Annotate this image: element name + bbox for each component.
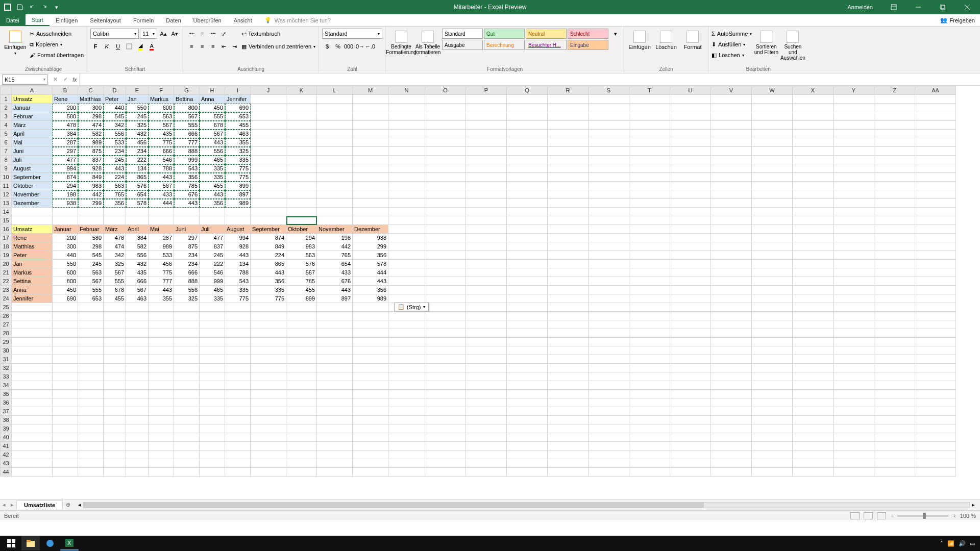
cell[interactable]	[915, 112, 956, 121]
cell[interactable]	[589, 338, 629, 346]
cell[interactable]: 435	[149, 130, 174, 138]
cell[interactable]	[78, 320, 104, 329]
cell[interactable]: Rene	[53, 95, 78, 104]
cell[interactable]	[711, 104, 752, 112]
cell[interactable]: 443	[317, 286, 353, 294]
cell[interactable]: 899	[286, 294, 317, 303]
cell[interactable]	[711, 346, 752, 355]
cell[interactable]	[149, 312, 174, 320]
cell[interactable]	[388, 338, 425, 346]
cell[interactable]	[752, 242, 793, 251]
cell[interactable]	[12, 303, 53, 312]
cell[interactable]	[589, 112, 629, 121]
cell[interactable]	[286, 190, 317, 199]
cell[interactable]	[793, 329, 834, 338]
cell[interactable]	[793, 338, 834, 346]
cell[interactable]	[466, 234, 507, 242]
cell[interactable]	[466, 138, 507, 147]
cell[interactable]: 355	[225, 138, 251, 147]
cell[interactable]	[251, 338, 286, 346]
row-header[interactable]: 10	[1, 173, 12, 182]
cell[interactable]	[874, 190, 915, 199]
system-tray[interactable]: ˄ 📶 🔊 ▭	[940, 540, 978, 547]
cell[interactable]	[834, 398, 874, 407]
cell[interactable]	[629, 130, 670, 138]
cell[interactable]	[752, 95, 793, 104]
cell[interactable]	[589, 268, 629, 277]
cell[interactable]: 455	[104, 294, 126, 303]
cell[interactable]: 455	[225, 121, 251, 130]
cell[interactable]	[793, 208, 834, 216]
cell[interactable]	[126, 320, 149, 329]
cell[interactable]	[548, 277, 589, 286]
indent-button[interactable]: ⇥	[229, 41, 239, 52]
cell[interactable]	[286, 312, 317, 320]
cell[interactable]	[874, 433, 915, 442]
cell[interactable]: 567	[149, 182, 174, 190]
cell[interactable]	[317, 216, 353, 225]
cell[interactable]: März	[104, 225, 126, 234]
cell[interactable]	[12, 346, 53, 355]
cell[interactable]: 442	[317, 242, 353, 251]
cell[interactable]	[200, 372, 225, 381]
tab-file[interactable]: Datei	[0, 14, 26, 26]
cell[interactable]: 800	[174, 104, 200, 112]
cell[interactable]	[149, 390, 174, 398]
cell[interactable]	[388, 138, 425, 147]
cell[interactable]	[589, 372, 629, 381]
cell[interactable]	[200, 468, 225, 477]
qat-customize-icon[interactable]: ▾	[51, 2, 62, 13]
cell[interactable]	[629, 450, 670, 459]
cell[interactable]	[629, 407, 670, 416]
cell[interactable]	[915, 242, 956, 251]
cell[interactable]	[507, 268, 548, 277]
cell[interactable]	[353, 164, 388, 173]
cell[interactable]	[466, 121, 507, 130]
cell[interactable]	[629, 442, 670, 450]
cell[interactable]	[104, 381, 126, 390]
cell[interactable]	[200, 208, 225, 216]
cell[interactable]	[589, 173, 629, 182]
cell[interactable]	[507, 225, 548, 234]
cell[interactable]	[915, 424, 956, 433]
cell[interactable]	[548, 468, 589, 477]
cell[interactable]	[388, 381, 425, 390]
cell[interactable]	[149, 364, 174, 372]
cell[interactable]: 556	[126, 251, 149, 260]
cell[interactable]	[466, 208, 507, 216]
cell[interactable]: 785	[174, 182, 200, 190]
sheet-nav-prev[interactable]: ◂	[0, 502, 8, 508]
cell[interactable]: März	[12, 121, 53, 130]
cell[interactable]: 287	[53, 138, 78, 147]
cell[interactable]	[589, 320, 629, 329]
cell[interactable]	[670, 277, 711, 286]
cell[interactable]	[629, 433, 670, 442]
row-header[interactable]: 7	[1, 147, 12, 156]
cell[interactable]	[425, 260, 466, 268]
cell[interactable]	[548, 182, 589, 190]
row-header[interactable]: 15	[1, 216, 12, 225]
cell[interactable]	[507, 138, 548, 147]
cell[interactable]: Anna	[200, 95, 225, 104]
conditional-format-button[interactable]: Bedingte Formatierung	[389, 29, 413, 55]
cell[interactable]: 245	[126, 112, 149, 121]
cell[interactable]	[53, 303, 78, 312]
taskbar-excel-icon[interactable]: X	[60, 536, 79, 550]
cell[interactable]	[251, 95, 286, 104]
cell[interactable]	[548, 225, 589, 234]
cell[interactable]: 678	[200, 121, 225, 130]
cell[interactable]	[670, 450, 711, 459]
cell[interactable]: 999	[174, 156, 200, 164]
col-header[interactable]: U	[670, 86, 711, 95]
cell[interactable]	[388, 182, 425, 190]
cell[interactable]	[507, 407, 548, 416]
cell[interactable]	[507, 164, 548, 173]
cell[interactable]	[353, 138, 388, 147]
row-header[interactable]: 2	[1, 104, 12, 112]
cell[interactable]	[507, 95, 548, 104]
tab-view[interactable]: Ansicht	[228, 14, 258, 26]
cell[interactable]	[200, 216, 225, 225]
cell[interactable]	[317, 372, 353, 381]
cell[interactable]	[834, 277, 874, 286]
cell[interactable]	[670, 173, 711, 182]
